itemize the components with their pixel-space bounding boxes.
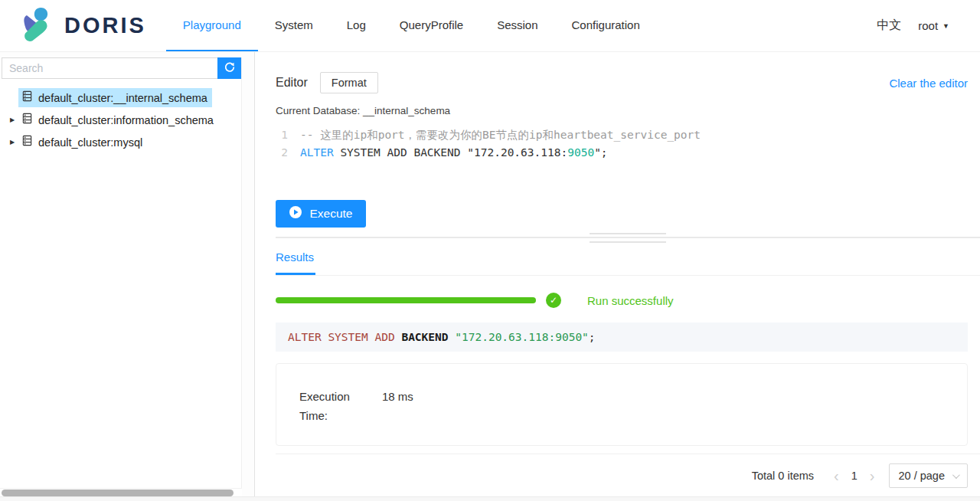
tree-item-label: default_cluster:information_schema (38, 114, 214, 126)
nav-item-configuration[interactable]: Configuration (555, 0, 657, 51)
nav-item-log[interactable]: Log (330, 0, 383, 51)
play-circle-icon (289, 205, 302, 222)
scrollbar-thumb[interactable] (2, 490, 234, 496)
nav-item-playground[interactable]: Playground (166, 0, 258, 51)
top-navbar: DORIS Playground System Log QueryProfile… (0, 0, 980, 52)
page-size-select[interactable]: 20 / page (889, 463, 968, 488)
language-switch[interactable]: 中文 (877, 18, 901, 34)
sql-text: "; (594, 146, 607, 159)
sql-editor[interactable]: 1 -- 这里的ip和port，需要改为你的BE节点的ip和heartbeat_… (276, 126, 968, 200)
format-button[interactable]: Format (320, 72, 378, 93)
doris-logo-icon (21, 7, 57, 45)
database-tree: default_cluster:__internal_schema ▶ (0, 87, 241, 153)
splitter-grip (590, 233, 666, 234)
sidebar-panel: default_cluster:__internal_schema ▶ (0, 57, 242, 501)
prev-page-icon[interactable]: ‹ (828, 468, 845, 483)
user-menu[interactable]: root ▼ (918, 19, 949, 32)
run-status-text: Run successfully (587, 294, 674, 307)
tab-results[interactable]: Results (276, 250, 315, 275)
horizontal-resize-splitter[interactable] (276, 237, 980, 238)
nav-item-queryprofile[interactable]: QueryProfile (383, 0, 480, 51)
success-check-icon: ✓ (546, 293, 561, 308)
database-icon (21, 90, 33, 105)
total-items-label: Total 0 items (752, 470, 814, 482)
pagination-bar: Total 0 items ‹ 1 › 20 / page (276, 463, 968, 488)
page-bottom-scroll-strip (0, 496, 980, 501)
splitter-grip (590, 241, 666, 243)
page-size-value: 20 / page (899, 470, 945, 482)
nav-item-session[interactable]: Session (480, 0, 554, 51)
current-database-label: Current Database: __internal_schema (276, 105, 968, 116)
tree-item-label: default_cluster:__internal_schema (38, 92, 207, 104)
tree-item-information-schema[interactable]: ▶ default_cluster:i (0, 109, 241, 131)
refresh-icon (224, 61, 236, 76)
editor-title: Editor (276, 76, 308, 90)
progress-bar (276, 297, 536, 303)
main-nav: Playground System Log QueryProfile Sessi… (166, 0, 657, 51)
refresh-button[interactable] (217, 57, 241, 79)
sql-keyword: ALTER SYSTEM ADD (288, 331, 401, 343)
database-sidebar: default_cluster:__internal_schema ▶ (0, 52, 255, 501)
expand-caret-icon[interactable]: ▶ (6, 116, 18, 123)
nav-item-system[interactable]: System (258, 0, 330, 51)
tree-item-mysql[interactable]: ▶ default_cluster:m (0, 131, 241, 153)
caret-down-icon: ▼ (942, 22, 949, 30)
database-icon (21, 113, 33, 127)
search-input[interactable] (2, 57, 217, 79)
page-number[interactable]: 1 (845, 470, 864, 482)
sql-port: 9050 (567, 146, 594, 159)
playground-main: Editor Format Clear the editor Current D… (255, 52, 980, 501)
brand-wordmark: DORIS (64, 13, 146, 38)
sql-comment: -- 这里的ip和port，需要改为你的BE节点的ip和heartbeat_se… (300, 126, 701, 144)
line-number: 2 (276, 144, 300, 162)
editor-line-2: 2 ALTER SYSTEM ADD BACKEND "172.20.63.11… (276, 144, 968, 162)
doris-logo[interactable]: DORIS (21, 7, 146, 45)
sql-string: "172.20.63.118:9050" (455, 331, 589, 343)
username: root (918, 19, 938, 32)
execute-button[interactable]: Execute (276, 200, 366, 228)
clear-editor-link[interactable]: Clear the editor (889, 77, 968, 90)
run-status-row: ✓ Run successfully (276, 293, 968, 308)
next-page-icon[interactable]: › (864, 468, 881, 483)
sql-keyword: ALTER (300, 146, 334, 159)
expand-caret-icon[interactable]: ▶ (6, 139, 18, 146)
tree-item-internal-schema[interactable]: default_cluster:__internal_schema (0, 87, 241, 109)
pagination-divider (276, 454, 980, 454)
editor-line-1: 1 -- 这里的ip和port，需要改为你的BE节点的ip和heartbeat_… (276, 126, 968, 144)
chevron-down-icon (952, 471, 960, 479)
sql-text: SYSTEM ADD BACKEND "172.20.63.118: (334, 146, 568, 159)
sql-identifier: BACKEND (401, 331, 455, 343)
execution-time-value: 18 ms (382, 387, 413, 445)
navbar-right: 中文 root ▼ (877, 18, 949, 34)
execution-time-card: Execution Time: 18 ms (276, 363, 968, 446)
executed-sql-echo: ALTER SYSTEM ADD BACKEND "172.20.63.118:… (276, 323, 968, 352)
results-tabbar: Results (276, 250, 980, 276)
sql-semicolon: ; (589, 331, 596, 343)
tree-item-label: default_cluster:mysql (38, 136, 142, 149)
line-number: 1 (276, 126, 300, 144)
editor-header: Editor Format Clear the editor (276, 72, 968, 93)
execute-label: Execute (309, 207, 352, 221)
search-row (2, 57, 241, 79)
execution-time-label: Execution Time: (299, 387, 361, 445)
database-icon (21, 135, 33, 149)
